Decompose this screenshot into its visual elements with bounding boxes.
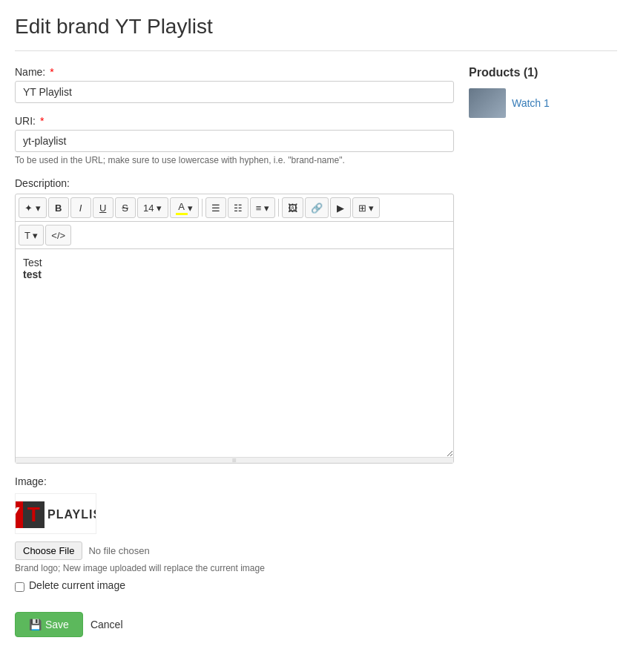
font-color-button[interactable]: A ▾ <box>170 197 199 218</box>
image-section: Image: YT PLAYLIST Choose File No file c… <box>15 475 454 594</box>
page-layout: Name: * URI: * To be used in the URL; ma… <box>15 66 617 637</box>
delete-image-checkbox[interactable] <box>15 582 24 592</box>
uri-input[interactable] <box>15 130 454 152</box>
page-title: Edit brand YT Playlist <box>15 15 617 39</box>
editor-container: ✦ ▾ B I U S 14 ▾ A ▾ ☰ ☷ <box>15 194 454 464</box>
embed-button[interactable]: ▶ <box>330 197 351 218</box>
main-content: Name: * URI: * To be used in the URL; ma… <box>15 66 454 637</box>
text-style-button[interactable]: T ▾ <box>19 225 44 246</box>
product-item: Watch 1 <box>469 88 617 118</box>
cancel-link[interactable]: Cancel <box>90 619 123 630</box>
file-input-row: Choose File No file chosen <box>15 541 454 560</box>
no-file-text: No file chosen <box>88 545 149 556</box>
name-input[interactable] <box>15 81 454 103</box>
image-hint: Brand logo; New image uploaded will repl… <box>15 563 454 573</box>
italic-button[interactable]: I <box>70 197 91 218</box>
product-thumbnail <box>469 88 506 118</box>
choose-file-button[interactable]: Choose File <box>15 541 82 560</box>
font-size-button[interactable]: 14 ▾ <box>137 197 168 218</box>
uri-group: URI: * To be used in the URL; make sure … <box>15 115 454 165</box>
action-buttons: Save Cancel <box>15 612 454 637</box>
products-title: Products (1) <box>469 66 617 79</box>
delete-image-label[interactable]: Delete current image <box>29 579 125 591</box>
bold-button[interactable]: B <box>48 197 69 218</box>
editor-toolbar-row2: T ▾ </> <box>16 222 453 249</box>
description-label: Description: <box>15 177 454 189</box>
sidebar: Products (1) Watch 1 <box>469 66 617 637</box>
editor-toolbar-row1: ✦ ▾ B I U S 14 ▾ A ▾ ☰ ☷ <box>16 194 453 222</box>
image-insert-button[interactable]: 🖼 <box>282 197 303 218</box>
unordered-list-button[interactable]: ☰ <box>205 197 226 218</box>
source-button[interactable]: </> <box>45 225 71 246</box>
save-button[interactable]: Save <box>15 612 83 637</box>
description-editor[interactable]: Test test <box>16 249 453 457</box>
underline-button[interactable]: U <box>93 197 113 218</box>
magic-button[interactable]: ✦ ▾ <box>19 197 47 218</box>
align-button[interactable]: ≡ ▾ <box>250 197 275 218</box>
link-button[interactable]: 🔗 <box>305 197 329 218</box>
table-button[interactable]: ⊞ ▾ <box>352 197 381 218</box>
product-name[interactable]: Watch 1 <box>512 97 550 109</box>
toolbar-sep2 <box>278 199 279 217</box>
toolbar-sep1 <box>202 199 203 217</box>
uri-hint: To be used in the URL; make sure to use … <box>15 155 454 165</box>
ordered-list-button[interactable]: ☷ <box>228 197 248 218</box>
title-divider <box>15 50 617 51</box>
yt-playlist-logo: YT PLAYLIST <box>16 494 96 534</box>
delete-image-row: Delete current image <box>15 579 454 594</box>
name-group: Name: * <box>15 66 454 103</box>
editor-resize-handle[interactable] <box>16 457 453 463</box>
floppy-icon <box>29 619 42 630</box>
name-label: Name: * <box>15 66 454 78</box>
description-group: Description: ✦ ▾ B I U S 14 ▾ A ▾ <box>15 177 454 464</box>
image-label: Image: <box>15 475 454 487</box>
strikethrough-button[interactable]: S <box>115 197 136 218</box>
image-preview: YT PLAYLIST <box>15 493 96 534</box>
uri-label: URI: * <box>15 115 454 127</box>
